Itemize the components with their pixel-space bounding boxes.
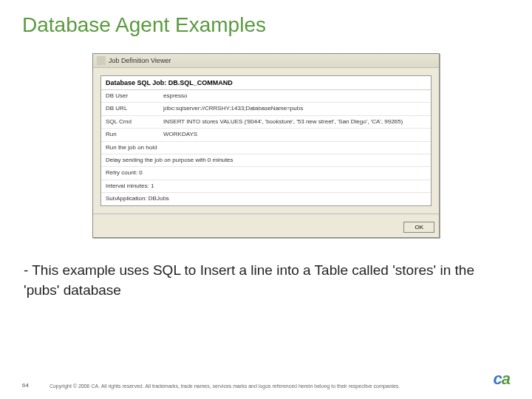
table-row: SubApplication: DBJobs: [101, 193, 431, 205]
table-row: Delay sending the job on purpose with 0 …: [101, 154, 431, 167]
table-row: DB User espresso: [101, 90, 431, 103]
titlebar-text: Job Definition Viewer: [109, 57, 171, 64]
content-panel: Database SQL Job: DB.SQL_COMMAND DB User…: [100, 75, 432, 206]
ok-button[interactable]: OK: [403, 222, 434, 233]
table-row: DB URL jdbc:sqlserver://CRRSHY:1433;Data…: [101, 103, 431, 115]
footer: 64 Copyright © 2006 CA. All rights reser…: [22, 369, 510, 389]
copyright-text: Copyright © 2006 CA. All rights reserved…: [29, 383, 494, 389]
dialog-window: Job Definition Viewer Database SQL Job: …: [92, 53, 440, 238]
row-value: INSERT INTO stores VALUES ('8044', 'book…: [160, 116, 406, 128]
bullet-caption: - This example uses SQL to Insert a line…: [0, 238, 532, 301]
bullet-body: This example uses SQL to Insert a line i…: [24, 262, 474, 299]
panel-body: DB User espresso DB URL jdbc:sqlserver:/…: [101, 90, 431, 205]
row-value: WORKDAYS: [160, 129, 200, 140]
page-number: 64: [22, 382, 29, 389]
window-footer: OK: [93, 214, 439, 237]
table-row: Run the job on hold: [101, 142, 431, 154]
logo-letter-a: a: [502, 369, 510, 388]
row-full: Run the job on hold: [101, 142, 161, 154]
table-row: Retry count: 0: [101, 167, 431, 180]
slide-title: Database Agent Examples: [0, 0, 532, 37]
table-row: SQL Cmd INSERT INTO stores VALUES ('8044…: [101, 116, 431, 129]
row-full: Delay sending the job on purpose with 0 …: [101, 154, 238, 166]
row-full: Retry count: 0: [101, 167, 147, 179]
row-full: SubApplication: DBJobs: [101, 193, 174, 205]
row-label: SQL Cmd: [101, 116, 160, 128]
table-row: Run WORKDAYS: [101, 129, 431, 141]
ca-logo: ca: [494, 369, 511, 389]
row-value: jdbc:sqlserver://CRRSHY:1433;DatabaseNam…: [160, 103, 306, 115]
panel-header: Database SQL Job: DB.SQL_COMMAND: [101, 76, 431, 90]
row-label: Run: [101, 129, 160, 140]
table-row: Interval minutes: 1: [101, 180, 431, 193]
logo-letter-c: c: [494, 369, 502, 388]
app-icon: [97, 56, 106, 65]
screenshot-window: Job Definition Viewer Database SQL Job: …: [92, 53, 440, 238]
window-body: Database SQL Job: DB.SQL_COMMAND DB User…: [93, 68, 439, 214]
row-label: DB User: [101, 90, 160, 102]
row-label: DB URL: [101, 103, 160, 115]
row-value: espresso: [160, 90, 190, 102]
bullet-dash: -: [24, 262, 32, 278]
row-full: Interval minutes: 1: [101, 180, 158, 192]
window-titlebar: Job Definition Viewer: [93, 54, 439, 68]
